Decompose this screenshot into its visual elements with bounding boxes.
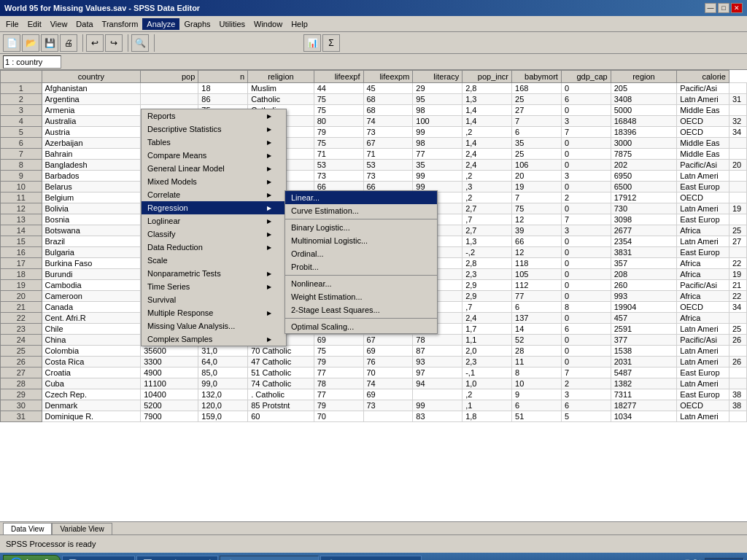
cell-r3-c1[interactable]: Armenia [42, 105, 141, 116]
cell-r9-c13[interactable] [729, 171, 746, 182]
cell-r14-c10[interactable]: 3 [561, 225, 611, 236]
cell-r30-c11[interactable]: 18277 [611, 400, 676, 411]
cell-r11-c12[interactable]: OECD [677, 192, 729, 203]
cell-r26-c3[interactable]: 64,0 [198, 357, 248, 368]
cell-r1-c6[interactable]: 45 [363, 83, 413, 94]
cell-r8-c11[interactable]: 202 [611, 160, 676, 171]
taskbar-notes[interactable]: 📝 Notes [62, 556, 135, 560]
row-num[interactable]: 7 [1, 149, 42, 160]
cell-r25-c3[interactable]: 31,0 [198, 346, 248, 357]
cell-r31-c5[interactable]: 70 [314, 411, 363, 422]
cell-r27-c9[interactable]: 8 [512, 368, 562, 378]
cell-r5-c6[interactable]: 73 [363, 127, 413, 138]
cell-r18-c10[interactable]: 0 [561, 269, 611, 280]
cell-r30-c5[interactable]: 79 [314, 400, 363, 411]
cell-r19-c12[interactable]: Pacific/Asi [677, 280, 729, 291]
cell-r24-c12[interactable]: Pacific/Asi [677, 335, 729, 346]
cell-r29-c3[interactable]: 132,0 [198, 389, 248, 400]
cell-r29-c10[interactable]: 3 [561, 389, 611, 400]
cell-r27-c7[interactable]: 97 [413, 368, 462, 378]
cell-r28-c7[interactable]: 94 [413, 378, 462, 389]
cell-r1-c7[interactable]: 29 [413, 83, 462, 94]
cell-r10-c8[interactable]: ,3 [462, 182, 512, 192]
row-num[interactable]: 18 [1, 269, 42, 280]
cell-r29-c4[interactable]: . Catholic [248, 389, 314, 400]
cell-r28-c6[interactable]: 74 [363, 378, 413, 389]
cell-r13-c11[interactable]: 3098 [611, 214, 676, 225]
cell-r17-c13[interactable]: 22 [729, 258, 746, 269]
cell-r8-c10[interactable]: 0 [561, 160, 611, 171]
cell-r6-c5[interactable]: 75 [314, 138, 363, 149]
cell-r6-c13[interactable] [729, 138, 746, 149]
cell-r21-c9[interactable]: 6 [512, 302, 562, 313]
menu-item-tables[interactable]: Tables [142, 136, 286, 149]
menu-item-reports[interactable]: Reports [142, 109, 286, 122]
cell-r3-c11[interactable]: 5000 [611, 105, 676, 116]
menu-transform[interactable]: Transform [98, 18, 143, 30]
cell-r26-c11[interactable]: 2031 [611, 357, 676, 368]
cell-r1-c12[interactable]: Pacific/Asi [677, 83, 729, 94]
cell-r1-c13[interactable] [729, 83, 746, 94]
cell-r9-c1[interactable]: Barbados [42, 171, 141, 182]
row-num[interactable]: 15 [1, 236, 42, 247]
cell-r10-c11[interactable]: 6500 [611, 182, 676, 192]
row-num[interactable]: 31 [1, 411, 42, 422]
cell-r12-c11[interactable]: 730 [611, 203, 676, 214]
cell-r18-c9[interactable]: 105 [512, 269, 562, 280]
cell-r22-c11[interactable]: 457 [611, 313, 676, 324]
cell-r31-c1[interactable]: Dominique R. [42, 411, 141, 422]
cell-r11-c11[interactable]: 17912 [611, 192, 676, 203]
cell-r20-c11[interactable]: 993 [611, 291, 676, 302]
cell-r26-c1[interactable]: Costa Rica [42, 357, 141, 368]
taskbar-basic-stats[interactable]: 📊 Βασική Στατιστική [136, 556, 219, 560]
cell-r20-c13[interactable]: 22 [729, 291, 746, 302]
menu-item-survival[interactable]: Survival [142, 293, 286, 306]
cell-r18-c8[interactable]: 2,3 [462, 269, 512, 280]
row-num[interactable]: 10 [1, 182, 42, 192]
row-num[interactable]: 16 [1, 247, 42, 258]
cell-r21-c10[interactable]: 8 [561, 302, 611, 313]
cell-r30-c13[interactable]: 38 [729, 400, 746, 411]
taskbar-world95[interactable]: 📋 World 95 for Missing ... [220, 556, 319, 560]
cell-r27-c13[interactable] [729, 368, 746, 378]
cell-r27-c4[interactable]: 51 Catholic [248, 368, 314, 378]
cell-r5-c11[interactable]: 18396 [611, 127, 676, 138]
cell-r15-c8[interactable]: 1,3 [462, 236, 512, 247]
cell-r18-c1[interactable]: Burundi [42, 269, 141, 280]
redo-button[interactable]: ↪ [105, 34, 123, 52]
cell-r4-c7[interactable]: 100 [413, 116, 462, 127]
cell-r7-c12[interactable]: Middle Eas [677, 149, 729, 160]
cell-r14-c1[interactable]: Botswana [42, 225, 141, 236]
cell-r3-c8[interactable]: 1,4 [462, 105, 512, 116]
cell-r2-c7[interactable]: 95 [413, 94, 462, 105]
cell-r18-c12[interactable]: Africa [677, 269, 729, 280]
menu-data[interactable]: Data [71, 18, 97, 30]
cell-r29-c6[interactable]: 69 [363, 389, 413, 400]
cell-r13-c8[interactable]: ,7 [462, 214, 512, 225]
row-num[interactable]: 6 [1, 138, 42, 149]
cell-r20-c1[interactable]: Cameroon [42, 291, 141, 302]
cell-r27-c2[interactable]: 4900 [141, 368, 198, 378]
cell-r19-c11[interactable]: 260 [611, 280, 676, 291]
cell-r1-c10[interactable]: 0 [561, 83, 611, 94]
cell-r26-c6[interactable]: 76 [363, 357, 413, 368]
cell-r30-c12[interactable]: OECD [677, 400, 729, 411]
col-header-pop[interactable]: pop [141, 71, 198, 83]
cell-r3-c13[interactable] [729, 105, 746, 116]
cell-r26-c10[interactable]: 0 [561, 357, 611, 368]
cell-r13-c13[interactable] [729, 214, 746, 225]
row-num[interactable]: 25 [1, 346, 42, 357]
cell-ref-input[interactable] [3, 55, 61, 69]
regression-ordinal[interactable]: Ordinal... [285, 247, 437, 260]
cell-r10-c10[interactable]: 0 [561, 182, 611, 192]
cell-r30-c6[interactable]: 73 [363, 400, 413, 411]
cell-r16-c10[interactable]: 0 [561, 247, 611, 258]
cell-r23-c9[interactable]: 14 [512, 324, 562, 335]
cell-r5-c7[interactable]: 99 [413, 127, 462, 138]
cell-r9-c6[interactable]: 73 [363, 171, 413, 182]
cell-r6-c9[interactable]: 35 [512, 138, 562, 149]
cell-r28-c8[interactable]: 1,0 [462, 378, 512, 389]
cell-r4-c13[interactable]: 32 [729, 116, 746, 127]
cell-r13-c9[interactable]: 12 [512, 214, 562, 225]
menu-item-nonparametric[interactable]: Nonparametric Tests [142, 267, 286, 280]
